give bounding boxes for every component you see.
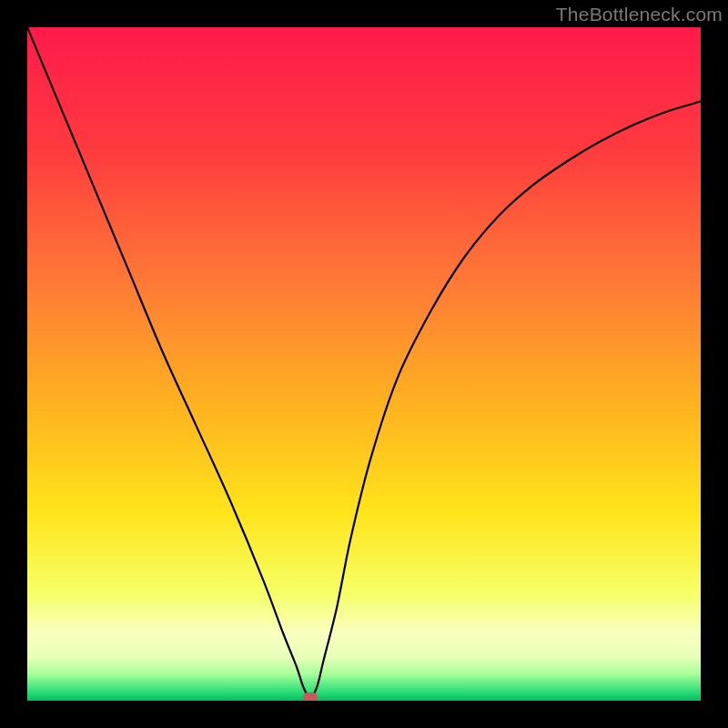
plot-area xyxy=(27,27,701,701)
bottleneck-curve xyxy=(27,27,701,701)
dip-marker xyxy=(303,693,318,701)
watermark-text: TheBottleneck.com xyxy=(556,4,723,25)
chart-frame: TheBottleneck.com xyxy=(0,0,728,728)
